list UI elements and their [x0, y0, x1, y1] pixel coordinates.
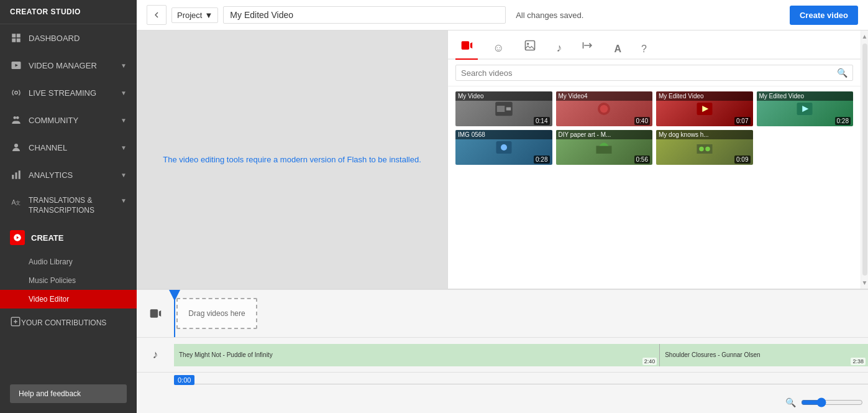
svg-rect-3 — [17, 39, 21, 42]
video-thumb-7[interactable]: My dog knows h... 0:09 — [656, 130, 753, 165]
drop-zone[interactable]: Drag videos here — [176, 298, 257, 329]
sidebar-item-translations-label: TRANSLATIONS &TRANSCRIPTIONS — [29, 196, 121, 215]
community-icon — [10, 114, 22, 126]
svg-marker-38 — [159, 310, 161, 317]
svg-text:文: 文 — [16, 200, 21, 206]
help-feedback-button[interactable]: Help and feedback — [10, 384, 127, 403]
sidebar-item-contributions[interactable]: YOUR CONTRIBUTIONS — [0, 309, 137, 336]
video-label-3: My Edited Video — [656, 91, 753, 101]
svg-rect-33 — [596, 146, 612, 154]
back-button[interactable] — [147, 5, 167, 25]
video-duration-3: 0:07 — [734, 117, 750, 125]
audio-track-icon: ♪ — [137, 348, 174, 361]
sidebar-item-contributions-label: YOUR CONTRIBUTIONS — [21, 318, 106, 327]
svg-rect-23 — [497, 106, 505, 112]
video-duration-1: 0:14 — [534, 117, 549, 125]
svg-rect-11 — [16, 172, 17, 179]
tab-emoji[interactable]: ☺ — [488, 38, 509, 60]
sidebar-item-video-manager[interactable]: VIDEO MANAGER ▼ — [0, 52, 137, 79]
video-duration-6: 0:56 — [634, 155, 650, 164]
scroll-down-arrow[interactable]: ▼ — [859, 277, 868, 289]
live-streaming-icon — [10, 86, 22, 99]
svg-marker-19 — [470, 42, 472, 49]
asset-panel-scrollbar: ▲ ▼ — [861, 30, 868, 289]
svg-point-21 — [527, 43, 529, 45]
search-input[interactable] — [461, 68, 833, 78]
project-name-input[interactable] — [223, 6, 506, 24]
svg-point-6 — [15, 91, 18, 95]
audio-segment-2[interactable]: Shoulder Closures - Gunnar Olsen 2:38 — [660, 344, 868, 366]
svg-rect-10 — [12, 175, 14, 179]
video-track-icon — [137, 307, 174, 320]
video-thumb-6[interactable]: DIY paper art - M... 0:56 — [556, 130, 653, 165]
timeline-ruler: 0:00 — [137, 373, 868, 395]
video-label-2: My Video4 — [556, 91, 653, 101]
translations-icon: A文 — [10, 196, 22, 208]
video-thumb-5[interactable]: IMG 0568 0:28 — [455, 130, 552, 165]
playhead-time-display: 0:00 — [174, 375, 194, 385]
video-label-4: My Edited Video — [757, 91, 854, 101]
asset-search: 🔍 — [448, 60, 861, 86]
video-thumb-1[interactable]: My Video 0:14 — [455, 91, 552, 126]
svg-rect-2 — [12, 39, 16, 42]
tab-text[interactable]: A — [609, 40, 626, 60]
sidebar-item-video-editor[interactable]: Video Editor — [0, 290, 137, 309]
asset-tabs: ☺ ♪ A ? — [448, 30, 861, 60]
svg-point-36 — [705, 147, 710, 152]
scroll-up-arrow[interactable]: ▲ — [859, 30, 868, 42]
svg-rect-0 — [12, 34, 16, 37]
video-label-5: IMG 0568 — [455, 130, 552, 139]
video-label-6: DIY paper art - M... — [556, 130, 653, 139]
sidebar-item-live-streaming[interactable]: LIVE STREAMING ▼ — [0, 79, 137, 106]
sidebar-item-dashboard-label: DASHBOARD — [29, 34, 127, 43]
sidebar-item-dashboard[interactable]: DASHBOARD — [0, 24, 137, 52]
scroll-track[interactable] — [862, 44, 867, 276]
video-label-1: My Video — [455, 91, 552, 101]
community-chevron: ▼ — [121, 117, 127, 124]
project-dropdown-label: Project — [177, 11, 202, 20]
sidebar: CREATOR STUDIO DASHBOARD VIDEO MANAGER ▼… — [0, 0, 137, 413]
audio-segment-1[interactable]: They Might Not - Puddle of Infinity 2:40 — [174, 344, 660, 366]
tab-photo[interactable] — [519, 35, 541, 60]
svg-point-35 — [699, 147, 704, 152]
video-thumb-3[interactable]: My Edited Video 0:07 — [656, 91, 753, 126]
channel-chevron: ▼ — [121, 144, 127, 151]
sidebar-item-translations[interactable]: A文 TRANSLATIONS &TRANSCRIPTIONS ▼ — [0, 188, 137, 223]
analytics-icon — [10, 169, 22, 181]
video-thumb-2[interactable]: My Video4 0:40 — [556, 91, 653, 126]
sidebar-item-channel-label: CHANNEL — [29, 143, 121, 152]
live-streaming-chevron: ▼ — [121, 90, 127, 96]
tab-transitions[interactable] — [577, 35, 599, 60]
video-grid: My Video 0:14 My Video4 0:40 My Edited V… — [448, 86, 861, 289]
create-video-button[interactable]: Create video — [790, 6, 858, 25]
svg-rect-18 — [462, 41, 470, 49]
sidebar-item-community[interactable]: COMMUNITY ▼ — [0, 106, 137, 134]
main-content: Project ▼ All changes saved. Create vide… — [137, 0, 868, 413]
timeline: Drag videos here ♪ They Might Not - Pudd… — [137, 289, 868, 413]
video-label-7: My dog knows h... — [656, 130, 753, 139]
video-timeline-track[interactable]: Drag videos here — [174, 295, 868, 332]
sidebar-item-music-policies[interactable]: Music Policies — [0, 271, 137, 290]
svg-point-26 — [600, 105, 608, 113]
audio-timeline-track: They Might Not - Puddle of Infinity 2:40… — [174, 344, 868, 366]
project-dropdown[interactable]: Project ▼ — [171, 7, 218, 23]
editor-area: The video editing tools require a modern… — [137, 30, 868, 289]
create-icon — [10, 230, 25, 245]
video-thumb-4[interactable]: My Edited Video 0:28 — [757, 91, 854, 126]
video-duration-4: 0:28 — [835, 117, 851, 125]
create-header[interactable]: CREATE — [0, 223, 137, 253]
tab-music[interactable]: ♪ — [551, 38, 567, 60]
project-dropdown-chevron: ▼ — [204, 11, 212, 20]
tab-help[interactable]: ? — [636, 40, 652, 60]
audio-segment-1-label: They Might Not - Puddle of Infinity — [179, 351, 273, 358]
audio-segment-2-badge: 2:38 — [851, 358, 866, 365]
svg-point-7 — [14, 116, 17, 119]
video-manager-icon — [10, 59, 22, 72]
audio-segment-2-label: Shoulder Closures - Gunnar Olsen — [665, 351, 760, 358]
zoom-slider[interactable] — [801, 397, 863, 407]
sidebar-item-analytics[interactable]: ANALYTICS ▼ — [0, 161, 137, 188]
playhead[interactable] — [174, 290, 175, 337]
sidebar-item-channel[interactable]: CHANNEL ▼ — [0, 134, 137, 161]
sidebar-item-audio-library[interactable]: Audio Library — [0, 253, 137, 271]
tab-video[interactable] — [455, 35, 478, 60]
